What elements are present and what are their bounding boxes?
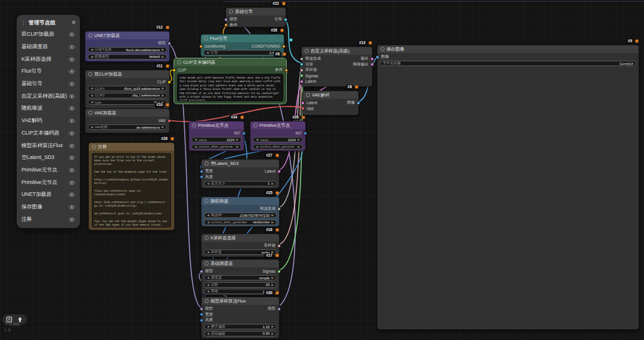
node-header[interactable]: Primitive元节点	[189, 121, 244, 129]
collapse-dot-icon[interactable]	[88, 33, 92, 38]
input-dot[interactable]	[200, 175, 203, 179]
output-dot[interactable]	[282, 45, 286, 48]
node-note[interactable]: #28注释If you get an error in any of the n…	[88, 142, 175, 230]
group-item-3[interactable]: K采样器选择	[17, 53, 80, 65]
collapse-dot-icon[interactable]	[205, 261, 209, 266]
visibility-eye-icon[interactable]	[69, 32, 75, 37]
visibility-eye-icon[interactable]	[69, 144, 75, 148]
step-left-icon[interactable]: ◀	[207, 276, 209, 279]
step-right-icon[interactable]: ▶	[271, 214, 274, 217]
node-header[interactable]: 模型采样算法Flux	[202, 297, 279, 305]
input-port-CLIP[interactable]: CLIP	[172, 67, 186, 73]
collapse-dot-icon[interactable]	[253, 123, 258, 127]
output-port-采样器[interactable]: 采样器	[264, 243, 281, 248]
input-dot[interactable]	[300, 57, 304, 61]
step-left-icon[interactable]: ◀	[91, 94, 93, 97]
step-right-icon[interactable]: ▶	[236, 138, 239, 141]
step-left-icon[interactable]: ◀	[91, 101, 93, 104]
step-left-icon[interactable]: ◀	[91, 48, 93, 51]
node-random_noise[interactable]: #25随机噪波噪波生成◀噪波种219670278747233▶◀control_…	[201, 196, 280, 227]
collapse-dot-icon[interactable]	[204, 36, 208, 40]
graph-canvas[interactable]: #12UNET加载器模型◀UNET名称flux1-dev.safetensors…	[0, 0, 644, 340]
input-dot[interactable]	[300, 68, 304, 72]
node-vae_decode[interactable]: #8VAE解码LatentVAE图像	[302, 91, 359, 116]
collapse-dot-icon[interactable]	[205, 299, 209, 303]
input-dot[interactable]	[172, 68, 176, 72]
input-dot[interactable]	[301, 107, 305, 110]
collapse-dot-icon[interactable]	[88, 111, 92, 115]
step-left-icon[interactable]: ◀	[207, 325, 209, 328]
step-right-icon[interactable]: ▶	[162, 55, 164, 58]
collapse-dot-icon[interactable]	[205, 236, 209, 240]
step-left-icon[interactable]: ◀	[207, 332, 209, 335]
output-dot[interactable]	[277, 307, 281, 311]
output-dot[interactable]	[277, 270, 281, 273]
input-port-高度[interactable]: 高度	[200, 317, 213, 323]
input-dot[interactable]	[376, 55, 379, 59]
group-item-12[interactable]: Primitive元节点	[17, 164, 80, 177]
output-dot[interactable]	[277, 244, 281, 248]
output-port-条件[interactable]: 条件	[275, 67, 288, 73]
group-item-16[interactable]: 注释	[17, 213, 80, 226]
output-port-引导[interactable]: 引导	[274, 17, 287, 22]
output-port-图像[interactable]: 图像	[347, 100, 360, 105]
node-header[interactable]: 双CLIP加载器	[85, 70, 169, 78]
output-port-模型[interactable]: 模型	[158, 40, 171, 46]
node-sampler_adv[interactable]: #13自定义采样器(高级)噪波生成引导采样器SigmasLatent输出降噪输出	[301, 46, 373, 87]
step-right-icon[interactable]: ▶	[162, 48, 164, 51]
node-header[interactable]: Primitive元节点	[250, 121, 305, 129]
group-item-15[interactable]: 保存图像	[17, 201, 80, 214]
step-right-icon[interactable]: ▶	[298, 138, 300, 141]
group-item-2[interactable]: 基础调度器	[17, 41, 80, 54]
widget-权重类型[interactable]: ◀权重类型default▶	[88, 54, 167, 60]
collapse-dot-icon[interactable]	[205, 161, 209, 166]
output-port-INT[interactable]: INT	[296, 130, 307, 136]
visibility-eye-icon[interactable]	[69, 217, 75, 222]
node-header[interactable]: 基础引导	[226, 8, 286, 15]
widget-最大偏移[interactable]: ◀最大偏移1.15▶	[204, 324, 277, 329]
output-port-Sigmas[interactable]: Sigmas	[262, 269, 281, 274]
input-port-VAE[interactable]: VAE	[301, 106, 314, 111]
node-header[interactable]: 空Latent_SD3	[202, 160, 279, 167]
step-left-icon[interactable]: ◀	[256, 145, 258, 148]
step-left-icon[interactable]: ◀	[207, 221, 209, 224]
step-right-icon[interactable]: ▶	[271, 221, 274, 224]
widget-批次大小[interactable]: ◀批次大小1▶	[204, 181, 277, 186]
visibility-eye-icon[interactable]	[69, 180, 75, 185]
output-dot[interactable]	[370, 63, 374, 66]
group-item-8[interactable]: VAE解码	[17, 115, 80, 127]
input-port-采样器[interactable]: 采样器	[300, 67, 317, 73]
input-dot[interactable]	[200, 307, 203, 311]
collapse-dot-icon[interactable]	[192, 123, 196, 127]
output-dot[interactable]	[168, 42, 171, 45]
node-header[interactable]: VAE加载器	[85, 109, 169, 117]
widget-基础偏移[interactable]: ◀基础偏移0.50▶	[204, 331, 277, 336]
input-port-Sigmas[interactable]: Sigmas	[300, 73, 318, 79]
prompt-textarea[interactable]: cute anime girl with massive fluffy fenn…	[177, 74, 283, 101]
widget-value[interactable]: ◀value1024▶	[191, 137, 242, 142]
input-dot[interactable]	[200, 170, 203, 173]
node-header[interactable]: VAE解码	[303, 91, 358, 99]
node-unet[interactable]: #12UNET加载器模型◀UNET名称flux1-dev.safetensors…	[85, 31, 170, 62]
node-header[interactable]: 自定义采样器(高级)	[302, 47, 372, 55]
input-port-引导[interactable]: 引导	[300, 62, 313, 67]
collapse-dot-icon[interactable]	[306, 93, 310, 97]
step-right-icon[interactable]: ▶	[271, 325, 274, 328]
widget-vae名称[interactable]: ◀vae名称ae.safetensors▶	[88, 124, 167, 130]
widget-control_after_generate[interactable]: ◀control_after_generate▶	[191, 144, 242, 149]
collapse-dot-icon[interactable]	[205, 199, 209, 203]
visibility-eye-icon[interactable]	[69, 45, 75, 49]
output-dot[interactable]	[284, 18, 287, 21]
input-dot[interactable]	[300, 80, 304, 83]
visibility-eye-icon[interactable]	[69, 69, 75, 74]
input-port-宽度[interactable]: 宽度	[200, 169, 213, 174]
group-item-5[interactable]: 基础引导	[17, 78, 80, 91]
output-port-输出[interactable]: 输出	[361, 56, 374, 61]
output-dot[interactable]	[277, 170, 281, 173]
step-right-icon[interactable]: ▶	[162, 87, 164, 90]
step-right-icon[interactable]: ▶	[298, 145, 300, 148]
visibility-eye-icon[interactable]	[69, 94, 75, 99]
output-port-模型[interactable]: 模型	[268, 306, 281, 311]
step-left-icon[interactable]: ◀	[207, 214, 209, 217]
node-header[interactable]: UNET加载器	[85, 32, 169, 39]
